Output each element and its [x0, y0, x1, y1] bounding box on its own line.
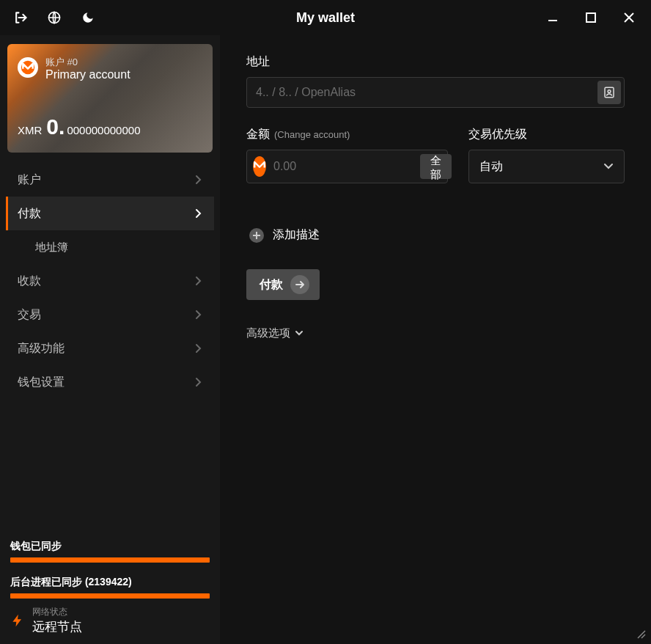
- address-book-button[interactable]: [597, 81, 621, 104]
- address-label: 地址: [246, 54, 625, 70]
- balance: XMR 0. 000000000000: [18, 114, 140, 139]
- address-input[interactable]: [256, 86, 597, 99]
- nav-label: 地址簿: [35, 241, 68, 255]
- chevron-right-icon: [195, 276, 202, 286]
- balance-whole: 0.: [46, 114, 65, 139]
- amount-input[interactable]: [273, 160, 420, 173]
- chevron-down-icon: [295, 330, 304, 337]
- network-status-label: 网络状态: [32, 606, 82, 618]
- balance-currency: XMR: [18, 124, 42, 136]
- nav-item-transactions[interactable]: 交易: [6, 298, 214, 332]
- nav-label: 付款: [18, 206, 41, 222]
- account-number: 账户 #0: [45, 56, 202, 69]
- nav-item-settings[interactable]: 钱包设置: [6, 365, 214, 399]
- globe-icon[interactable]: [45, 9, 63, 26]
- monero-icon: [253, 156, 266, 177]
- balance-fraction: 000000000000: [67, 124, 140, 136]
- priority-value: 自动: [479, 159, 503, 175]
- moon-icon[interactable]: [79, 9, 97, 26]
- chevron-right-icon: [195, 208, 202, 219]
- svg-line-13: [641, 634, 645, 638]
- address-input-wrap: [246, 77, 625, 108]
- nav-item-advanced[interactable]: 高级功能: [6, 332, 214, 365]
- nav-label: 交易: [18, 307, 41, 323]
- nav-item-address-book[interactable]: 地址簿: [6, 230, 214, 264]
- sidebar: 账户 #0 Primary account XMR 0. 00000000000…: [0, 35, 220, 644]
- account-card[interactable]: 账户 #0 Primary account XMR 0. 00000000000…: [7, 44, 213, 153]
- logout-icon[interactable]: [12, 9, 29, 26]
- chevron-right-icon: [195, 175, 202, 185]
- bolt-icon: [10, 610, 25, 631]
- daemon-sync-label: 后台进程已同步 (2139422): [10, 576, 210, 589]
- change-account-link[interactable]: (Change account): [274, 129, 350, 140]
- svg-line-12: [638, 631, 645, 638]
- priority-label: 交易优先级: [468, 127, 625, 142]
- svg-point-8: [608, 90, 611, 93]
- add-description-button[interactable]: 添加描述: [249, 227, 625, 243]
- chevron-right-icon: [195, 377, 202, 387]
- wallet-sync-label: 钱包已同步: [10, 540, 210, 553]
- nav-label: 高级功能: [18, 341, 65, 356]
- plus-icon: [249, 228, 264, 243]
- add-description-label: 添加描述: [273, 227, 320, 243]
- network-status[interactable]: 网络状态 远程节点: [10, 606, 210, 635]
- amount-input-wrap: 全部: [246, 150, 448, 183]
- amount-label: 金额: [246, 127, 270, 142]
- network-mode: 远程节点: [32, 618, 82, 635]
- advanced-options-toggle[interactable]: 高级选项: [246, 326, 625, 340]
- wallet-sync-bar: [10, 557, 210, 563]
- nav-item-receive[interactable]: 收款: [6, 264, 214, 298]
- nav: 账户 付款 地址簿 收款 交易: [6, 163, 214, 399]
- svg-rect-2: [586, 13, 595, 22]
- account-name: Primary account: [45, 68, 202, 81]
- chevron-down-icon: [603, 163, 614, 170]
- nav-label: 账户: [18, 172, 41, 188]
- amount-all-button[interactable]: 全部: [420, 154, 452, 179]
- close-button[interactable]: [613, 1, 645, 34]
- chevron-right-icon: [195, 343, 202, 354]
- nav-item-accounts[interactable]: 账户: [6, 163, 214, 197]
- chevron-right-icon: [195, 310, 202, 320]
- minimize-button[interactable]: [537, 1, 569, 34]
- nav-label: 钱包设置: [18, 375, 65, 390]
- send-button[interactable]: 付款: [246, 269, 320, 300]
- resize-grip[interactable]: [636, 629, 647, 640]
- monero-logo-icon: [18, 57, 38, 78]
- advanced-options-label: 高级选项: [246, 326, 290, 340]
- nav-item-send[interactable]: 付款: [6, 197, 214, 230]
- priority-select[interactable]: 自动: [468, 150, 625, 183]
- send-button-label: 付款: [260, 277, 283, 293]
- daemon-sync-bar: [10, 593, 210, 599]
- arrow-right-icon: [290, 275, 309, 294]
- main-panel: 地址 金额 (Change account) 全部: [220, 35, 651, 644]
- maximize-button[interactable]: [575, 1, 607, 34]
- nav-label: 收款: [18, 274, 41, 289]
